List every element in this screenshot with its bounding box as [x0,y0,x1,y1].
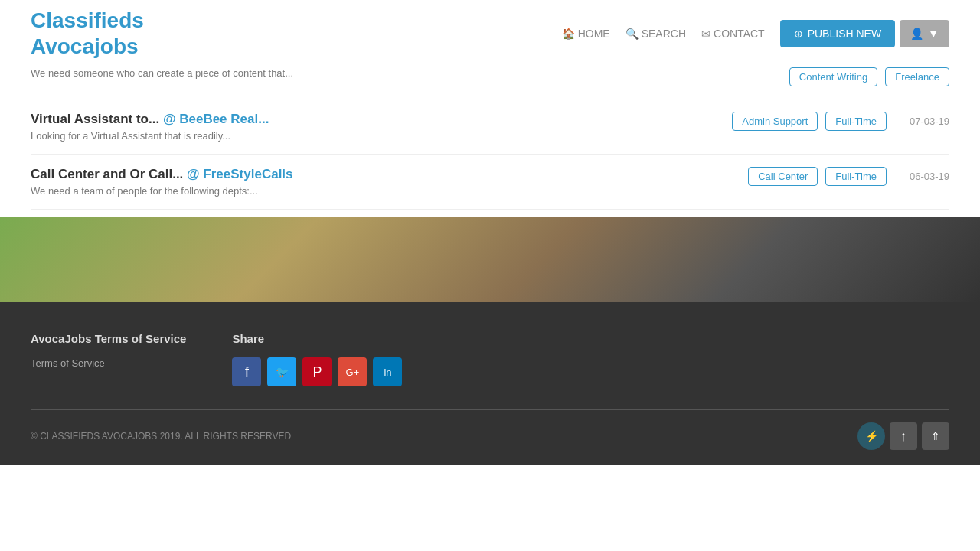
listing-item-virtual-assistant: Virtual Assistant to... @ BeeBee Real...… [31,99,949,155]
footer: AvocaJobs Terms of Service Terms of Serv… [0,302,980,465]
hero-image [0,217,980,302]
partial-listing-text: We need someone who can create a piece o… [31,67,774,79]
tag-admin-support[interactable]: Admin Support [732,112,818,131]
plus-circle-icon: ⊕ [794,28,803,40]
publish-new-button[interactable]: ⊕ PUBLISH NEW [780,20,895,47]
listing-text-1: Virtual Assistant to... @ BeeBee Real...… [31,112,717,142]
google-plus-icon[interactable]: G+ [338,357,367,386]
footer-actions: ⚡ ↑ ⇑ [858,422,949,450]
footer-copyright: © CLASSIFIEDS AVOCAJOBS 2019. ALL RIGHTS… [31,431,291,442]
listing-date-1: 07-03-19 [910,116,949,127]
listing-meta-2: Call Center Full-Time 06-03-19 [748,167,949,186]
partial-listing-desc: We need someone who can create a piece o… [31,67,774,79]
partial-listing-meta: Content Writing Freelance [789,67,949,86]
tag-full-time-2[interactable]: Full-Time [825,167,887,186]
listing-link-2[interactable]: @ FreeStyleCalls [187,167,292,181]
footer-share-heading: Share [232,332,402,345]
tag-freelance[interactable]: Freelance [885,67,949,86]
hero-image-inner [0,217,980,302]
footer-tos-link[interactable]: Terms of Service [31,357,186,369]
header: Classifieds Avocajobs 🏠 HOME 🔍 SEARCH ✉ … [0,0,980,67]
header-actions: ⊕ PUBLISH NEW 👤 ▼ [780,20,949,47]
nav-home[interactable]: 🏠 HOME [562,28,610,40]
logo-area: Classifieds Avocajobs [31,8,562,59]
footer-share-section: Share f 🐦 P G+ in [232,332,402,386]
contact-icon: ✉ [701,28,710,40]
main-nav: 🏠 HOME 🔍 SEARCH ✉ CONTACT [562,28,765,40]
brand-footer-button[interactable]: ⚡ [858,422,885,450]
footer-tos-section: AvocaJobs Terms of Service Terms of Serv… [31,332,186,386]
nav-contact[interactable]: ✉ CONTACT [701,28,765,40]
user-menu-button[interactable]: 👤 ▼ [900,20,949,47]
listing-date-2: 06-03-19 [910,171,949,182]
nav-search[interactable]: 🔍 SEARCH [626,28,686,40]
twitter-icon[interactable]: 🐦 [267,357,296,386]
partial-listing: We need someone who can create a piece o… [31,67,949,99]
tag-content-writing[interactable]: Content Writing [789,67,877,86]
user-icon: 👤 [910,28,923,40]
pinterest-icon[interactable]: P [302,357,332,386]
listing-desc-1: Looking for a Virtual Assistant that is … [31,130,717,142]
logo-title: Classifieds [31,8,562,34]
linkedin-icon[interactable]: in [373,357,402,386]
main-content: We need someone who can create a piece o… [0,67,980,210]
listing-title-1: Virtual Assistant to... @ BeeBee Real... [31,112,717,127]
listing-item-call-center: Call Center and Or Call... @ FreeStyleCa… [31,155,949,210]
footer-top: AvocaJobs Terms of Service Terms of Serv… [31,332,949,386]
home-icon: 🏠 [562,28,575,40]
facebook-icon[interactable]: f [232,357,261,386]
listing-link-1[interactable]: @ BeeBee Real... [163,112,269,126]
listing-text-2: Call Center and Or Call... @ FreeStyleCa… [31,167,733,197]
tag-call-center[interactable]: Call Center [748,167,818,186]
scroll-up-button[interactable]: ↑ [890,422,917,450]
footer-tos-heading: AvocaJobs Terms of Service [31,332,186,345]
logo-subtitle: Avocajobs [31,34,562,60]
tag-full-time-1[interactable]: Full-Time [825,112,887,131]
scroll-top-button[interactable]: ⇑ [922,422,949,450]
listing-title-2: Call Center and Or Call... @ FreeStyleCa… [31,167,733,182]
search-icon: 🔍 [626,28,639,40]
social-icons: f 🐦 P G+ in [232,357,402,386]
listing-meta-1: Admin Support Full-Time 07-03-19 [732,112,949,131]
footer-bottom: © CLASSIFIEDS AVOCAJOBS 2019. ALL RIGHTS… [31,409,949,450]
listing-desc-2: We need a team of people for the followi… [31,185,733,197]
